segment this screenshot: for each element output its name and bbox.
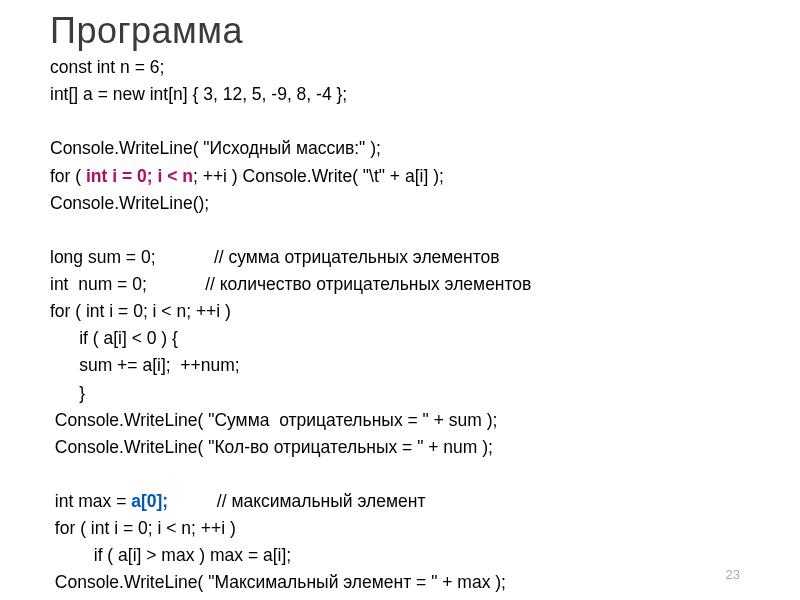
- code-line: Console.WriteLine( "Кол-во отрицательных…: [50, 437, 493, 457]
- code-line: long sum = 0; // сумма отрицательных эле…: [50, 247, 500, 267]
- code-line: for ( int i = 0; i < n; ++i ): [50, 518, 236, 538]
- code-line: int[] a = new int[n] { 3, 12, 5, -9, 8, …: [50, 84, 347, 104]
- code-line: int num = 0; // количество отрицательных…: [50, 274, 531, 294]
- code-block: const int n = 6; int[] a = new int[n] { …: [50, 54, 750, 597]
- highlight-max: a[0];: [131, 491, 168, 511]
- code-line: for ( int i = 0; i < n; ++i ) Console.Wr…: [50, 166, 444, 186]
- code-line: Console.WriteLine( "Исходный массив:" );: [50, 138, 381, 158]
- code-line: if ( a[i] < 0 ) {: [50, 328, 178, 348]
- code-line: if ( a[i] > max ) max = a[i];: [50, 545, 291, 565]
- code-line: Console.WriteLine( "Сумма отрицательных …: [50, 410, 497, 430]
- code-line: Console.WriteLine( "Максимальный элемент…: [50, 572, 506, 592]
- slide: Программа const int n = 6; int[] a = new…: [0, 0, 800, 600]
- code-line: sum += a[i]; ++num;: [50, 355, 240, 375]
- highlight-loop: int i = 0; i < n: [86, 166, 193, 186]
- page-number: 23: [726, 567, 740, 582]
- code-line: Console.WriteLine();: [50, 193, 209, 213]
- code-line: int max = a[0]; // максимальный элемент: [50, 491, 425, 511]
- code-line: for ( int i = 0; i < n; ++i ): [50, 301, 231, 321]
- slide-title: Программа: [50, 10, 750, 52]
- code-line: }: [50, 383, 85, 403]
- code-line: const int n = 6;: [50, 57, 164, 77]
